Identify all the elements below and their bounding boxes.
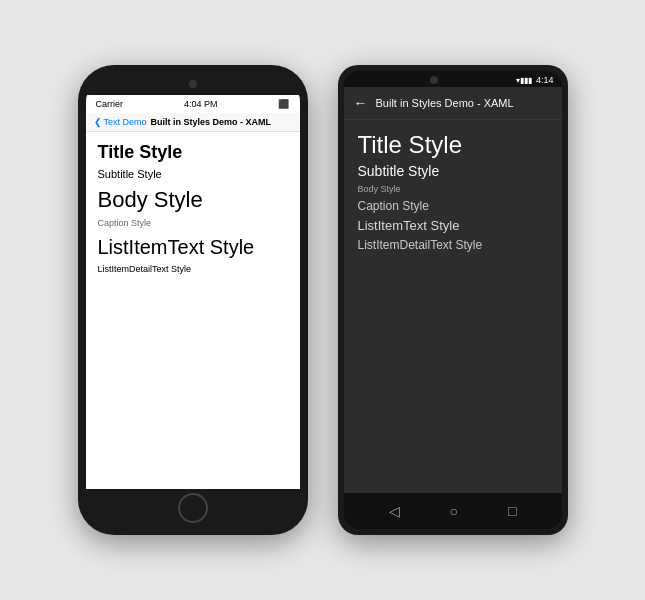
android-time: 4:14: [536, 75, 554, 85]
ios-listitemdetail-style-label: ListItemDetailText Style: [98, 264, 288, 274]
android-phone: ▾▮▮▮ 4:14 ← Built in Styles Demo - XAML …: [338, 65, 568, 535]
ios-listitem-style-label: ListItemText Style: [98, 236, 288, 258]
android-home-nav-icon[interactable]: ○: [450, 503, 458, 519]
android-back-nav-icon[interactable]: ◁: [389, 503, 400, 519]
ios-time: 4:04 PM: [184, 99, 218, 109]
android-app-title: Built in Styles Demo - XAML: [376, 97, 514, 109]
ios-title-style-label: Title Style: [98, 142, 288, 164]
android-listitemdetail-style-label: ListItemDetailText Style: [358, 238, 548, 252]
android-status-icons: ▾▮▮▮: [516, 76, 532, 85]
ios-subtitle-style-label: Subtitle Style: [98, 168, 288, 180]
ios-battery: ⬛: [278, 99, 289, 109]
android-screen: ← Built in Styles Demo - XAML Title Styl…: [344, 87, 562, 493]
android-top-bar: ▾▮▮▮ 4:14: [344, 71, 562, 87]
android-body-style-label: Body Style: [358, 184, 548, 194]
ios-nav-bar: ❮ Text Demo Built in Styles Demo - XAML: [86, 113, 300, 132]
ios-back-button[interactable]: ❮ Text Demo: [94, 117, 147, 127]
android-subtitle-style-label: Subtitle Style: [358, 163, 548, 179]
android-app-bar: ← Built in Styles Demo - XAML: [344, 87, 562, 120]
android-camera: [430, 76, 438, 84]
android-nav-bar: ◁ ○ □: [344, 493, 562, 529]
ios-phone: Carrier 4:04 PM ⬛ ❮ Text Demo Built in S…: [78, 65, 308, 535]
android-caption-style-label: Caption Style: [358, 199, 548, 213]
ios-carrier: Carrier: [96, 99, 124, 109]
android-content: Title Style Subtitle Style Body Style Ca…: [344, 120, 562, 493]
ios-status-bar: Carrier 4:04 PM ⬛: [86, 95, 300, 113]
ios-screen: Carrier 4:04 PM ⬛ ❮ Text Demo Built in S…: [86, 95, 300, 489]
ios-home-button[interactable]: [178, 493, 208, 523]
ios-home-bar: [86, 489, 300, 527]
ios-caption-style-label: Caption Style: [98, 218, 288, 228]
ios-content: Title Style Subtitle Style Body Style Ca…: [86, 132, 300, 489]
ios-camera: [189, 80, 197, 88]
android-back-button[interactable]: ←: [354, 95, 368, 111]
android-title-style-label: Title Style: [358, 132, 548, 158]
android-listitem-style-label: ListItemText Style: [358, 218, 548, 233]
ios-back-label[interactable]: Text Demo: [104, 117, 147, 127]
ios-nav-title: Built in Styles Demo - XAML: [151, 117, 272, 127]
ios-chevron-icon: ❮: [94, 117, 102, 127]
ios-body-style-label: Body Style: [98, 188, 288, 212]
android-recent-nav-icon[interactable]: □: [508, 503, 516, 519]
